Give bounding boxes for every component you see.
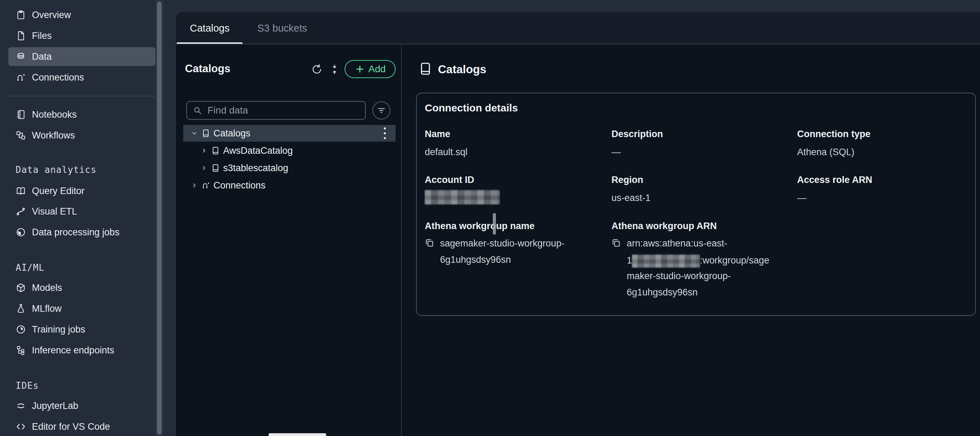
- sidebar-item-label: MLflow: [32, 303, 62, 314]
- sidebar-item-data[interactable]: Data: [8, 47, 156, 66]
- tree-row-catalogs[interactable]: Catalogs: [183, 125, 396, 142]
- catalog-icon: [201, 129, 210, 138]
- field-label-access-role-arn: Access role ARN: [797, 175, 872, 185]
- cube-icon: [16, 283, 26, 293]
- field-value-workgroup-name-line2: 6g1uhgsdsy96sn: [440, 255, 511, 265]
- arn-line2-prefix: 1: [627, 255, 632, 266]
- field-value-account-id-redacted: [425, 190, 500, 204]
- sidebar-item-label: Inference endpoints: [32, 345, 114, 356]
- filter-button[interactable]: [372, 101, 390, 119]
- sidebar-item-visual-etl[interactable]: Visual ETL: [8, 202, 156, 221]
- horizontal-scrollbar-thumb[interactable]: [269, 433, 326, 436]
- refresh-button[interactable]: [309, 62, 325, 77]
- field-value-workgroup-arn-line4: 6g1uhgsdsy96sn: [627, 287, 697, 298]
- details-page-title: Catalogs: [438, 63, 486, 76]
- sidebar-item-notebooks[interactable]: Notebooks: [8, 105, 156, 124]
- field-value-description: —: [611, 147, 621, 158]
- jupyter-icon: [16, 401, 26, 411]
- sidebar-item-label: Workflows: [32, 130, 75, 141]
- tab-s3-buckets[interactable]: S3 buckets: [243, 12, 321, 45]
- sidebar-item-mlflow[interactable]: MLflow: [8, 299, 156, 318]
- workflow-icon: [16, 130, 26, 141]
- tree-row-s3tablescatalog[interactable]: s3tablescatalog: [183, 160, 396, 177]
- sidebar-section-data-analytics: Data analytics: [16, 164, 97, 175]
- sidebar-divider: [8, 96, 156, 97]
- tab-bar: Catalogs S3 buckets: [176, 12, 980, 45]
- collapse-arrows-icon: [329, 64, 340, 75]
- field-value-access-role-arn: —: [797, 193, 807, 204]
- tab-label: Catalogs: [190, 22, 229, 34]
- tree-item-label: Catalogs: [213, 128, 251, 139]
- field-value-connection-type: Athena (SQL): [797, 147, 854, 158]
- field-label-region: Region: [611, 175, 643, 185]
- sidebar-item-label: Query Editor: [32, 186, 85, 196]
- sidebar: Overview Files Data Connections No: [0, 0, 176, 436]
- sidebar-item-data-processing-jobs[interactable]: Data processing jobs: [8, 223, 156, 242]
- sidebar-item-connections[interactable]: Connections: [8, 68, 156, 87]
- open-book-icon: [16, 186, 26, 196]
- tree-row-connections[interactable]: Connections: [183, 177, 396, 194]
- sidebar-item-label: Models: [32, 283, 62, 293]
- sidebar-item-query-editor[interactable]: Query Editor: [8, 181, 156, 200]
- chevron-right-icon[interactable]: [191, 181, 198, 189]
- sidebar-item-label: Files: [32, 30, 52, 41]
- catalog-icon: [211, 146, 220, 155]
- panel-split-divider[interactable]: [401, 45, 402, 436]
- sidebar-item-inference-endpoints[interactable]: Inference endpoints: [8, 341, 156, 360]
- search-box: [186, 101, 366, 120]
- field-value-workgroup-arn-line1: arn:aws:athena:us-east-: [627, 238, 727, 249]
- sidebar-section-ai-ml: AI/ML: [16, 263, 45, 273]
- search-input[interactable]: [207, 105, 360, 116]
- tree-row-awsdatacatalog[interactable]: AwsDataCatalog: [183, 142, 396, 159]
- refresh-icon: [310, 63, 323, 76]
- field-value-workgroup-arn-line2: 1:workgroup/sage: [627, 255, 769, 267]
- field-label-description: Description: [611, 129, 663, 140]
- connection-details-card: [416, 93, 976, 316]
- chevron-right-icon[interactable]: [200, 147, 208, 154]
- sidebar-item-files[interactable]: Files: [8, 26, 156, 45]
- field-value-region: us-east-1: [611, 193, 651, 204]
- connections-icon: [16, 72, 26, 83]
- plus-icon: [355, 64, 365, 74]
- pie-circle-icon: [16, 227, 26, 237]
- hierarchy-icon: [16, 345, 26, 355]
- flask-icon: [16, 303, 26, 314]
- sidebar-item-jupyterlab[interactable]: JupyterLab: [8, 396, 156, 415]
- chevron-right-icon[interactable]: [200, 164, 208, 172]
- copy-icon[interactable]: [424, 237, 434, 248]
- card-title: Connection details: [425, 102, 518, 114]
- code-brackets-icon: [16, 422, 26, 432]
- add-button[interactable]: Add: [345, 60, 396, 78]
- sidebar-item-label: Overview: [32, 10, 71, 21]
- copy-icon[interactable]: [611, 237, 621, 248]
- field-value-workgroup-name-line1: sagemaker-studio-workgroup-: [440, 238, 565, 249]
- sidebar-scrollbar-thumb[interactable]: [157, 2, 162, 434]
- field-label-connection-type: Connection type: [797, 129, 871, 140]
- sidebar-item-editor-vscode[interactable]: Editor for VS Code: [8, 417, 156, 436]
- tab-label: S3 buckets: [257, 22, 307, 34]
- arn-account-id-redacted: [632, 255, 700, 267]
- sidebar-item-training-jobs[interactable]: Training jobs: [8, 320, 156, 339]
- sidebar-item-label: Data processing jobs: [32, 227, 119, 238]
- tree-item-label: AwsDataCatalog: [223, 145, 293, 156]
- file-icon: [16, 30, 26, 41]
- kebab-menu-icon[interactable]: [384, 127, 386, 139]
- app-screen: Overview Files Data Connections No: [0, 0, 980, 436]
- catalog-icon: [211, 164, 220, 172]
- field-label-account-id: Account ID: [425, 175, 474, 185]
- sidebar-item-label: Data: [32, 51, 52, 62]
- sidebar-section-ides: IDEs: [16, 380, 39, 391]
- sidebar-item-label: JupyterLab: [32, 401, 78, 411]
- sidebar-item-overview[interactable]: Overview: [8, 6, 156, 24]
- database-icon: [16, 51, 26, 62]
- collapse-all-button[interactable]: [328, 62, 342, 76]
- sidebar-item-label: Training jobs: [32, 324, 85, 335]
- search-icon: [192, 105, 202, 115]
- tab-catalogs[interactable]: Catalogs: [176, 12, 243, 45]
- clipboard-icon: [16, 10, 26, 20]
- sidebar-item-label: Visual ETL: [32, 206, 77, 217]
- sidebar-item-workflows[interactable]: Workflows: [8, 126, 156, 145]
- sidebar-item-models[interactable]: Models: [8, 278, 156, 297]
- chevron-down-icon[interactable]: [191, 129, 198, 137]
- tree-item-label: Connections: [213, 180, 266, 191]
